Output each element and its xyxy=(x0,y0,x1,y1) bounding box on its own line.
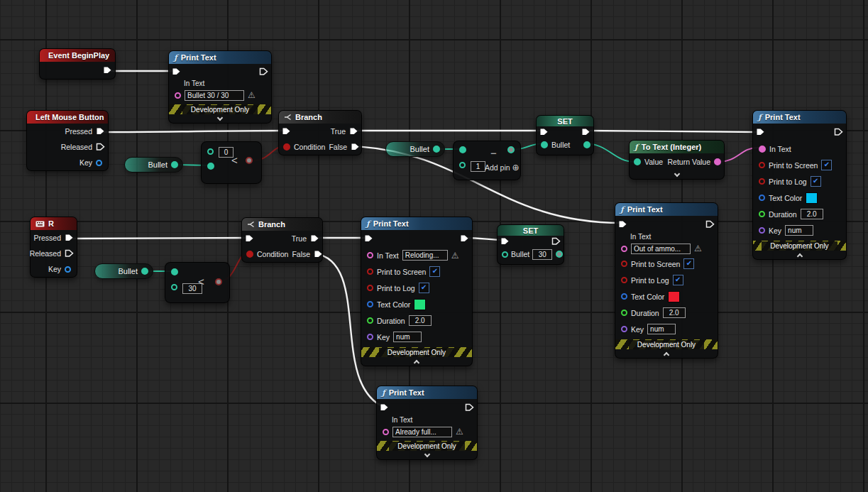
collapse-chevron[interactable] xyxy=(630,170,724,179)
key-pin[interactable] xyxy=(96,160,102,166)
duration-field[interactable] xyxy=(663,307,686,318)
text-color-pin[interactable] xyxy=(759,195,765,201)
released-exec-pin[interactable] xyxy=(96,143,105,151)
duration-pin[interactable] xyxy=(759,211,765,217)
exec-out-pin[interactable] xyxy=(551,237,561,246)
exec-out-pin[interactable] xyxy=(834,128,843,136)
false-exec-pin[interactable] xyxy=(351,143,360,151)
bullet-in-pin[interactable] xyxy=(502,251,508,258)
key-pin[interactable] xyxy=(367,334,373,340)
key-field[interactable] xyxy=(393,332,422,342)
wire-exec-lmb-branch[interactable] xyxy=(101,131,285,132)
true-exec-pin[interactable] xyxy=(349,127,358,136)
bullet-out-pin[interactable] xyxy=(433,146,440,153)
key-pin[interactable] xyxy=(759,227,765,234)
add-pin-button[interactable]: Add pin ⊕ xyxy=(485,163,520,173)
node-set-bullet-30[interactable]: SET Bullet xyxy=(497,224,564,265)
variable-get-bullet-1[interactable]: Bullet xyxy=(124,157,183,173)
print-to-log-checkbox[interactable]: ✔ xyxy=(419,283,429,293)
variable-get-bullet-2[interactable]: Bullet xyxy=(385,141,445,157)
node-less-than-2[interactable]: < xyxy=(165,262,230,303)
node-less-than-1[interactable]: < xyxy=(201,141,262,184)
pressed-exec-pin[interactable] xyxy=(65,234,74,242)
print-to-log-pin[interactable] xyxy=(759,178,765,185)
in-text-pin[interactable] xyxy=(759,146,766,153)
condition-pin[interactable] xyxy=(283,143,290,151)
in-text-field[interactable] xyxy=(402,250,448,261)
print-to-log-checkbox[interactable]: ✔ xyxy=(811,176,821,187)
return-value-pin[interactable] xyxy=(714,158,721,165)
node-event-beginplay[interactable]: Event BeginPlay xyxy=(39,48,116,80)
print-to-screen-pin[interactable] xyxy=(621,261,627,267)
node-r-key[interactable]: R Pressed Released Key xyxy=(30,217,77,278)
node-print-text-initial[interactable]: ƒ Print Text In Text ⚠ Development Only xyxy=(168,50,272,124)
node-left-mouse-button[interactable]: Left Mouse Button Pressed Released Key xyxy=(26,110,109,171)
value-pin[interactable] xyxy=(634,158,641,165)
key-field[interactable] xyxy=(785,225,813,236)
exec-in-pin[interactable] xyxy=(618,220,627,229)
literal-field[interactable] xyxy=(532,249,552,260)
print-to-log-checkbox[interactable]: ✔ xyxy=(673,275,683,285)
print-to-screen-pin[interactable] xyxy=(759,162,765,168)
variable-get-bullet-3[interactable]: Bullet xyxy=(94,263,153,279)
exec-in-pin[interactable] xyxy=(539,128,549,136)
node-print-text-reloading[interactable]: ƒ Print Text In Text ⚠ Print to Screen✔ … xyxy=(361,217,473,366)
collapse-chevron[interactable] xyxy=(169,114,271,123)
result-pin[interactable] xyxy=(246,157,253,164)
text-color-pin[interactable] xyxy=(367,301,373,307)
released-exec-pin[interactable] xyxy=(65,249,74,258)
result-pin[interactable] xyxy=(215,278,222,285)
text-color-swatch[interactable] xyxy=(806,192,818,204)
exec-in-pin[interactable] xyxy=(245,234,254,243)
input-a-pin[interactable] xyxy=(171,268,178,275)
in-text-pin[interactable] xyxy=(383,429,389,435)
text-color-swatch[interactable] xyxy=(414,299,426,310)
exec-out-pin[interactable] xyxy=(581,128,590,136)
exec-in-pin[interactable] xyxy=(172,67,181,76)
text-color-swatch[interactable] xyxy=(668,291,680,302)
key-pin[interactable] xyxy=(65,266,71,273)
literal-b-field[interactable] xyxy=(471,161,485,172)
node-branch-1[interactable]: Branch True Condition False xyxy=(278,110,362,155)
duration-pin[interactable] xyxy=(621,310,627,316)
in-text-field[interactable] xyxy=(392,427,452,437)
print-to-log-pin[interactable] xyxy=(621,277,627,283)
print-to-screen-checkbox[interactable]: ✔ xyxy=(821,160,832,170)
key-pin[interactable] xyxy=(621,326,627,332)
print-to-log-pin[interactable] xyxy=(367,285,373,291)
bullet-out-pin[interactable] xyxy=(556,251,563,258)
exec-out-pin[interactable] xyxy=(103,66,112,75)
node-branch-2[interactable]: Branch True Condition False xyxy=(241,217,323,263)
node-print-text-out-of-ammo[interactable]: ƒ Print Text In Text ⚠ Print to Screen✔ … xyxy=(615,202,718,359)
text-color-pin[interactable] xyxy=(621,293,627,300)
exec-out-pin[interactable] xyxy=(465,403,474,412)
collapse-chevron[interactable] xyxy=(361,357,472,366)
in-text-field[interactable] xyxy=(631,244,691,254)
wire-exec-r-branch[interactable] xyxy=(70,238,246,239)
in-text-pin[interactable] xyxy=(175,92,181,99)
print-to-screen-checkbox[interactable]: ✔ xyxy=(429,266,440,277)
input-b-pin[interactable] xyxy=(207,163,214,170)
bullet-in-pin[interactable] xyxy=(541,141,548,148)
exec-in-pin[interactable] xyxy=(364,234,373,243)
print-to-screen-pin[interactable] xyxy=(367,268,373,275)
collapse-chevron[interactable] xyxy=(377,451,477,459)
exec-in-pin[interactable] xyxy=(380,403,389,412)
bullet-out-pin[interactable] xyxy=(583,141,590,148)
input-b-pin[interactable] xyxy=(171,284,177,290)
exec-in-pin[interactable] xyxy=(500,237,510,246)
node-subtract[interactable]: − Add pin ⊕ xyxy=(453,141,521,180)
collapse-chevron[interactable] xyxy=(615,349,718,358)
in-text-pin[interactable] xyxy=(367,252,373,258)
bullet-out-pin[interactable] xyxy=(171,161,178,168)
exec-in-pin[interactable] xyxy=(282,127,291,136)
true-exec-pin[interactable] xyxy=(310,234,319,243)
condition-pin[interactable] xyxy=(246,251,253,258)
print-to-screen-checkbox[interactable]: ✔ xyxy=(683,258,694,269)
result-pin[interactable] xyxy=(507,146,515,153)
pressed-exec-pin[interactable] xyxy=(96,127,105,136)
input-b-pin[interactable] xyxy=(459,162,466,168)
false-exec-pin[interactable] xyxy=(314,250,323,258)
exec-in-pin[interactable] xyxy=(756,128,765,136)
in-text-pin[interactable] xyxy=(621,246,627,252)
